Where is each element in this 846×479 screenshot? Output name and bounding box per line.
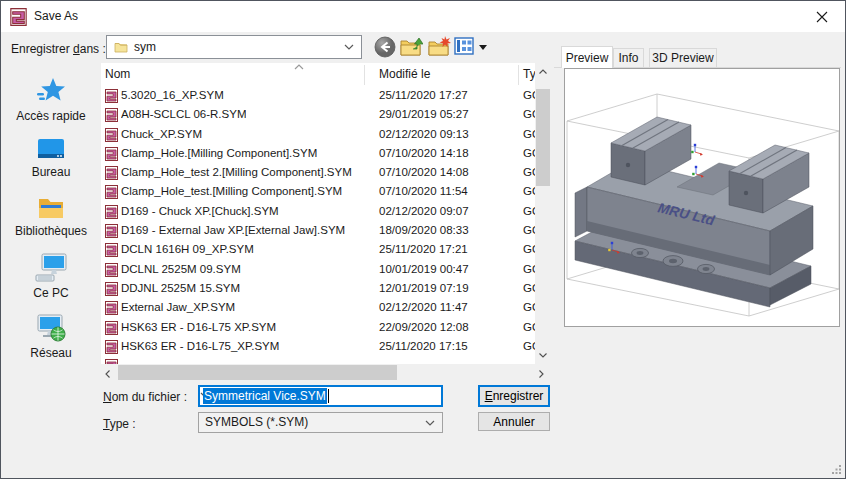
back-button[interactable] [374, 36, 397, 59]
file-row[interactable]: D169 - Chuck XP.[Chuck].SYM 02/12/2020 0… [101, 203, 535, 222]
file-row[interactable]: Clamp_Hole.[Milling Component].SYM 07/10… [101, 145, 535, 164]
scroll-left-button[interactable] [101, 364, 117, 381]
save-in-combobox[interactable]: sym [106, 35, 362, 59]
file-name: 5.3020_16_XP.SYM [121, 89, 224, 101]
file-row[interactable]: External Jaw_XP.SYM 02/12/2020 11:47 GO [101, 299, 535, 318]
desktop-icon [37, 138, 65, 162]
file-name: D169 - External Jaw XP.[External Jaw].SY… [121, 224, 345, 236]
sidebar-item-network[interactable]: Réseau [1, 313, 101, 360]
view-menu-button[interactable] [453, 36, 476, 59]
sidebar-item-quick-access[interactable]: Accès rapide [1, 76, 101, 123]
sidebar-item-label: Réseau [30, 346, 71, 360]
file-row[interactable]: Chuck_XP.SYM 02/12/2020 09:13 GO [101, 126, 535, 145]
file-type: GO [523, 185, 535, 197]
file-row[interactable]: DDJNL 2525M 15.SYM 12/01/2019 07:19 GO [101, 280, 535, 299]
column-header-name[interactable]: Nom [105, 67, 130, 81]
file-row[interactable]: DCLN 1616H 09_XP.SYM 25/11/2020 17:21 GO [101, 241, 535, 260]
chevron-down-icon [425, 420, 435, 426]
network-icon [35, 313, 67, 343]
scroll-right-button[interactable] [535, 364, 551, 381]
sidebar-item-libraries[interactable]: Bibliothèques [1, 196, 101, 238]
tab-preview[interactable]: Preview [561, 46, 613, 68]
titlebar: Save As [1, 1, 845, 32]
column-header-type[interactable]: Ty [523, 67, 536, 81]
column-separator[interactable] [364, 65, 365, 85]
scroll-down-icon [539, 353, 547, 358]
folder-icon [114, 40, 128, 54]
file-name: External Jaw_XP.SYM [121, 301, 235, 313]
vertical-scrollbar[interactable] [535, 63, 551, 364]
go2cam-file-icon [105, 282, 118, 296]
file-row[interactable]: A08H-SCLCL 06-R.SYM 29/01/2019 05:27 GO [101, 106, 535, 125]
file-name: HSK63 ER - D16-L75_XP.SYM [121, 340, 279, 352]
sidebar-item-this-pc[interactable]: Ce PC [1, 253, 101, 300]
file-modified-date: 25/11/2020 17:27 [379, 89, 468, 101]
resize-grip[interactable] [832, 465, 841, 474]
scroll-up-icon [539, 69, 547, 74]
file-row[interactable]: DCLNL 2525M 09.SYM 10/01/2019 00:47 GO [101, 261, 535, 280]
close-button[interactable] [799, 1, 845, 31]
scroll-up-button[interactable] [535, 63, 551, 80]
file-row[interactable] [101, 357, 535, 364]
file-row[interactable]: Clamp_Hole_test.[Milling Component].SYM … [101, 183, 535, 202]
go2cam-file-icon [105, 340, 118, 354]
filetype-label: Type : [103, 417, 136, 431]
sidebar-item-label: Ce PC [33, 286, 68, 300]
view-menu-icon [453, 36, 476, 56]
file-type: GO [523, 340, 535, 352]
file-type: GO [523, 263, 535, 275]
file-name: DDJNL 2525M 15.SYM [121, 282, 240, 294]
cancel-button[interactable]: Annuler [478, 412, 550, 431]
file-name: DCLNL 2525M 09.SYM [121, 263, 241, 275]
file-row[interactable]: HSK63 ER - D16-L75 XP.SYM 22/09/2020 12:… [101, 319, 535, 338]
go2cam-file-icon [105, 185, 118, 199]
view-menu-caret-icon[interactable] [479, 45, 487, 50]
new-folder-icon [428, 36, 451, 58]
file-type: GO [523, 89, 535, 101]
file-row[interactable]: 5.3020_16_XP.SYM 25/11/2020 17:27 GO [101, 87, 535, 106]
window-title: Save As [34, 1, 78, 32]
save-button[interactable]: Enregistrer [478, 385, 550, 407]
file-row[interactable]: Clamp_Hole_test 2.[Milling Component].SY… [101, 164, 535, 183]
back-icon [374, 36, 396, 58]
file-name: Clamp_Hole.[Milling Component].SYM [121, 147, 317, 159]
horizontal-scrollbar[interactable] [101, 364, 551, 381]
file-modified-date: 10/01/2019 00:47 [379, 263, 469, 275]
libraries-icon [37, 196, 65, 221]
scroll-right-icon [539, 370, 544, 378]
filetype-combobox[interactable]: SYMBOLS (*.SYM) [198, 412, 443, 433]
go2cam-app-icon [10, 8, 27, 26]
vertical-scroll-thumb[interactable] [536, 89, 550, 186]
scroll-down-button[interactable] [535, 347, 551, 364]
3d-model-preview: MRU Ltd [565, 69, 839, 326]
sidebar-item-label: Accès rapide [16, 109, 85, 123]
save-as-dialog: Save As Enregistrer dans : sym [0, 0, 846, 479]
go2cam-file-icon [105, 301, 118, 315]
list-header: Nom Modifié le Ty [101, 63, 535, 87]
go2cam-file-icon [105, 224, 118, 238]
column-header-modified[interactable]: Modifié le [379, 67, 430, 81]
go2cam-file-icon [105, 89, 118, 103]
sidebar-item-desktop[interactable]: Bureau [1, 138, 101, 179]
filetype-value: SYMBOLS (*.SYM) [205, 415, 308, 429]
new-folder-button[interactable] [428, 36, 451, 59]
sort-ascending-icon [294, 64, 304, 70]
file-modified-date: 02/12/2020 09:07 [379, 205, 469, 217]
file-name: D169 - Chuck XP.[Chuck].SYM [121, 205, 279, 217]
horizontal-scroll-thumb[interactable] [118, 365, 397, 380]
sidebar-item-label: Bibliothèques [15, 224, 87, 238]
file-modified-date: 22/09/2020 12:08 [379, 321, 469, 333]
file-type: GO [523, 321, 535, 333]
tab-3d-preview[interactable]: 3D Preview [649, 48, 717, 67]
go2cam-file-icon [105, 108, 118, 122]
up-one-level-button[interactable] [400, 36, 423, 59]
tab-info[interactable]: Info [613, 48, 644, 67]
quick-access-icon [36, 76, 66, 106]
filename-combobox[interactable]: Symmetrical Vice.SYM [198, 385, 443, 407]
file-row[interactable]: D169 - External Jaw XP.[External Jaw].SY… [101, 222, 535, 241]
file-name: A08H-SCLCL 06-R.SYM [121, 108, 246, 120]
filename-value[interactable]: Symmetrical Vice.SYM [203, 388, 327, 404]
file-row[interactable]: HSK63 ER - D16-L75_XP.SYM 25/11/2020 17:… [101, 338, 535, 357]
column-separator[interactable] [518, 65, 519, 85]
file-modified-date: 25/11/2020 17:15 [379, 340, 468, 352]
